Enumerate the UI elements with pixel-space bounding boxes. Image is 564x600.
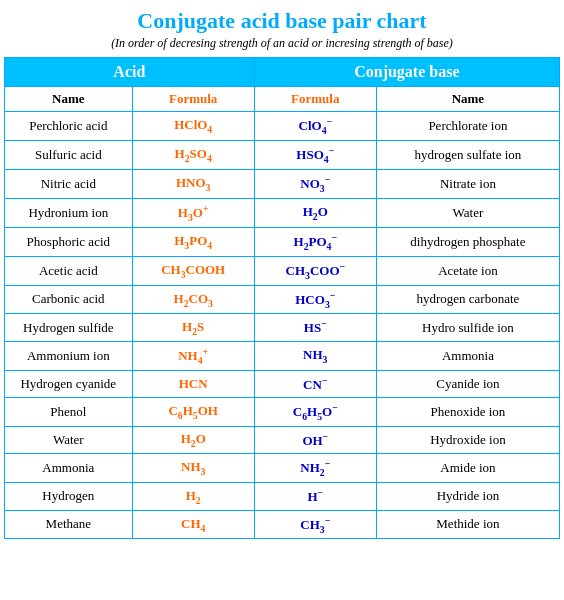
base-formula: HSO4−	[254, 140, 376, 169]
table-row: Hydrogen H2 H− Hydride ion	[5, 483, 560, 510]
base-formula: CH3COO−	[254, 256, 376, 285]
acid-name-header: Name	[5, 87, 133, 112]
main-table: Acid Conjugate base Name Formula Formula…	[4, 57, 560, 539]
base-formula: CH3−	[254, 510, 376, 539]
base-name: Amide ion	[376, 454, 559, 483]
table-row: Carbonic acid H2CO3 HCO3− hydrogen carbo…	[5, 285, 560, 314]
acid-name: Hydrogen	[5, 483, 133, 510]
base-formula: HCO3−	[254, 285, 376, 314]
acid-section-header: Acid	[5, 58, 255, 87]
acid-formula: H3PO4	[132, 227, 254, 256]
table-row: Hydrogen cyanide HCN CN− Cyanide ion	[5, 370, 560, 397]
base-name: dihydrogen phosphate	[376, 227, 559, 256]
base-name: Water	[376, 198, 559, 227]
section-header-row: Acid Conjugate base	[5, 58, 560, 87]
acid-name: Ammonium ion	[5, 341, 133, 370]
base-formula: CN−	[254, 370, 376, 397]
acid-name: Phosphoric acid	[5, 227, 133, 256]
acid-name: Ammonia	[5, 454, 133, 483]
acid-name: Water	[5, 426, 133, 453]
base-formula: NH2−	[254, 454, 376, 483]
base-name: Nitrate ion	[376, 169, 559, 198]
acid-formula: HNO3	[132, 169, 254, 198]
base-formula: HS−	[254, 314, 376, 341]
base-name: Ammonia	[376, 341, 559, 370]
acid-name: Carbonic acid	[5, 285, 133, 314]
acid-name: Acetic acid	[5, 256, 133, 285]
base-formula: ClO4−	[254, 112, 376, 141]
table-row: Hydronium ion H3O+ H2O Water	[5, 198, 560, 227]
table-row: Perchloric acid HClO4 ClO4− Perchlorate …	[5, 112, 560, 141]
base-name: Acetate ion	[376, 256, 559, 285]
base-name: Cyanide ion	[376, 370, 559, 397]
acid-formula: H3O+	[132, 198, 254, 227]
table-row: Hydrogen sulfide H2S HS− Hydro sulfide i…	[5, 314, 560, 341]
base-name: Phenoxide ion	[376, 398, 559, 427]
acid-name: Hydronium ion	[5, 198, 133, 227]
base-name-header: Name	[376, 87, 559, 112]
base-name: Perchlorate ion	[376, 112, 559, 141]
acid-name: Sulfuric acid	[5, 140, 133, 169]
table-row: Methane CH4 CH3− Methide ion	[5, 510, 560, 539]
table-row: Ammonia NH3 NH2− Amide ion	[5, 454, 560, 483]
base-name: hydrogen carbonate	[376, 285, 559, 314]
column-header-row: Name Formula Formula Name	[5, 87, 560, 112]
base-formula-header: Formula	[254, 87, 376, 112]
acid-formula: H2CO3	[132, 285, 254, 314]
acid-formula: CH4	[132, 510, 254, 539]
acid-formula: C6H5OH	[132, 398, 254, 427]
acid-formula: HCN	[132, 370, 254, 397]
table-row: Phosphoric acid H3PO4 H2PO4− dihydrogen …	[5, 227, 560, 256]
acid-name: Methane	[5, 510, 133, 539]
base-name: Hydro sulfide ion	[376, 314, 559, 341]
table-row: Phenol C6H5OH C6H5O− Phenoxide ion	[5, 398, 560, 427]
table-row: Ammonium ion NH4+ NH3 Ammonia	[5, 341, 560, 370]
base-name: hydrogen sulfate ion	[376, 140, 559, 169]
acid-formula: CH3COOH	[132, 256, 254, 285]
acid-formula: HClO4	[132, 112, 254, 141]
acid-formula: H2	[132, 483, 254, 510]
subtitle: (In order of decresing strength of an ac…	[4, 36, 560, 51]
acid-formula: H2S	[132, 314, 254, 341]
base-name: Hydroxide ion	[376, 426, 559, 453]
base-formula: H−	[254, 483, 376, 510]
base-name: Hydride ion	[376, 483, 559, 510]
base-formula: C6H5O−	[254, 398, 376, 427]
table-row: Sulfuric acid H2SO4 HSO4− hydrogen sulfa…	[5, 140, 560, 169]
acid-formula: H2O	[132, 426, 254, 453]
page-wrapper: Conjugate acid base pair chart (In order…	[0, 0, 564, 547]
table-row: Water H2O OH− Hydroxide ion	[5, 426, 560, 453]
table-row: Acetic acid CH3COOH CH3COO− Acetate ion	[5, 256, 560, 285]
acid-name: Hydrogen sulfide	[5, 314, 133, 341]
acid-name: Hydrogen cyanide	[5, 370, 133, 397]
base-formula: H2PO4−	[254, 227, 376, 256]
acid-formula: NH3	[132, 454, 254, 483]
acid-formula: H2SO4	[132, 140, 254, 169]
base-formula: NH3	[254, 341, 376, 370]
base-section-header: Conjugate base	[254, 58, 559, 87]
base-formula: NO3−	[254, 169, 376, 198]
table-row: Nitric acid HNO3 NO3− Nitrate ion	[5, 169, 560, 198]
main-title: Conjugate acid base pair chart	[4, 8, 560, 34]
acid-formula: NH4+	[132, 341, 254, 370]
acid-name: Nitric acid	[5, 169, 133, 198]
base-formula: H2O	[254, 198, 376, 227]
acid-formula-header: Formula	[132, 87, 254, 112]
base-name: Methide ion	[376, 510, 559, 539]
acid-name: Perchloric acid	[5, 112, 133, 141]
acid-name: Phenol	[5, 398, 133, 427]
base-formula: OH−	[254, 426, 376, 453]
